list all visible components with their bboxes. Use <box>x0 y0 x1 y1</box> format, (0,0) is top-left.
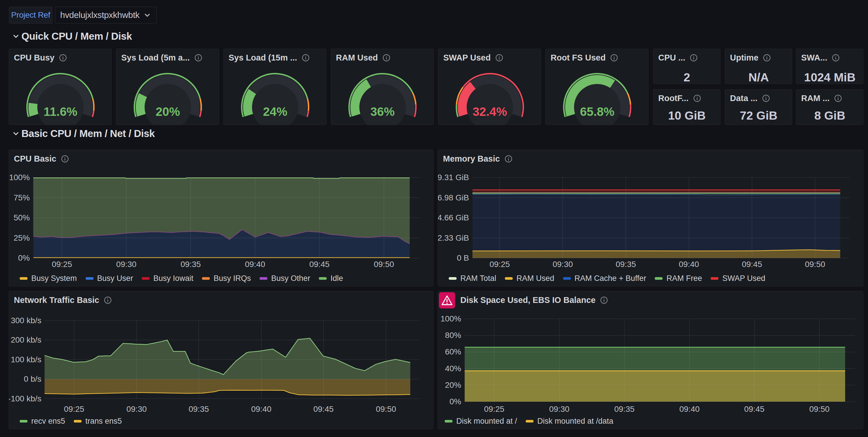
svg-text:36%: 36% <box>370 105 395 118</box>
svg-text:09:25: 09:25 <box>52 260 72 269</box>
svg-text:100 kb/s: 100 kb/s <box>11 355 41 364</box>
svg-text:60%: 60% <box>445 347 461 356</box>
svg-text:09:30: 09:30 <box>549 405 569 413</box>
svg-text:09:35: 09:35 <box>614 405 634 413</box>
svg-text:9.31 GiB: 9.31 GiB <box>438 173 469 182</box>
svg-text:09:35: 09:35 <box>189 405 209 413</box>
svg-text:8 GiB: 8 GiB <box>814 109 845 122</box>
svg-text:09:45: 09:45 <box>742 260 762 269</box>
svg-text:09:45: 09:45 <box>744 405 765 413</box>
svg-text:32.4%: 32.4% <box>472 105 507 118</box>
svg-text:09:40: 09:40 <box>679 405 700 413</box>
svg-text:-100 kb/s: -100 kb/s <box>9 394 41 403</box>
svg-text:25%: 25% <box>13 233 30 242</box>
svg-text:100%: 100% <box>440 314 461 323</box>
svg-text:0 b/s: 0 b/s <box>24 374 41 383</box>
svg-text:09:35: 09:35 <box>181 260 201 269</box>
svg-text:09:45: 09:45 <box>309 260 330 269</box>
svg-text:09:30: 09:30 <box>126 405 147 413</box>
svg-text:1024 MiB: 1024 MiB <box>804 71 856 84</box>
svg-text:65.8%: 65.8% <box>580 105 614 118</box>
svg-text:80%: 80% <box>445 331 461 340</box>
svg-text:09:45: 09:45 <box>313 405 334 413</box>
svg-text:2.33 GiB: 2.33 GiB <box>438 233 469 242</box>
svg-text:09:25: 09:25 <box>484 405 504 413</box>
svg-text:09:30: 09:30 <box>116 260 136 269</box>
svg-text:09:50: 09:50 <box>805 260 825 269</box>
svg-text:09:40: 09:40 <box>245 260 265 269</box>
svg-text:09:35: 09:35 <box>616 260 636 269</box>
svg-text:200 kb/s: 200 kb/s <box>11 336 41 344</box>
svg-text:N/A: N/A <box>748 71 769 84</box>
svg-text:09:50: 09:50 <box>374 260 394 269</box>
svg-text:09:30: 09:30 <box>553 260 573 269</box>
svg-text:0 B: 0 B <box>457 253 469 262</box>
svg-text:40%: 40% <box>445 364 461 373</box>
svg-text:72 GiB: 72 GiB <box>740 109 777 122</box>
svg-text:100%: 100% <box>9 173 30 182</box>
svg-text:09:40: 09:40 <box>251 405 271 413</box>
svg-text:4.66 GiB: 4.66 GiB <box>438 213 469 222</box>
svg-text:0%: 0% <box>450 397 461 406</box>
svg-text:6.98 GiB: 6.98 GiB <box>438 193 469 202</box>
svg-text:20%: 20% <box>156 105 180 118</box>
svg-text:10 GiB: 10 GiB <box>668 109 706 122</box>
svg-text:300 kb/s: 300 kb/s <box>11 316 41 325</box>
svg-text:09:40: 09:40 <box>679 260 699 269</box>
svg-text:09:25: 09:25 <box>64 405 84 413</box>
svg-text:50%: 50% <box>13 213 30 222</box>
svg-text:11.6%: 11.6% <box>44 105 78 118</box>
svg-text:2: 2 <box>684 71 690 84</box>
svg-text:75%: 75% <box>13 193 30 202</box>
svg-text:24%: 24% <box>263 105 287 118</box>
svg-text:09:50: 09:50 <box>809 405 830 413</box>
svg-text:0%: 0% <box>18 253 30 262</box>
svg-text:09:50: 09:50 <box>376 405 396 413</box>
svg-text:09:25: 09:25 <box>490 260 510 269</box>
svg-text:20%: 20% <box>445 381 461 389</box>
